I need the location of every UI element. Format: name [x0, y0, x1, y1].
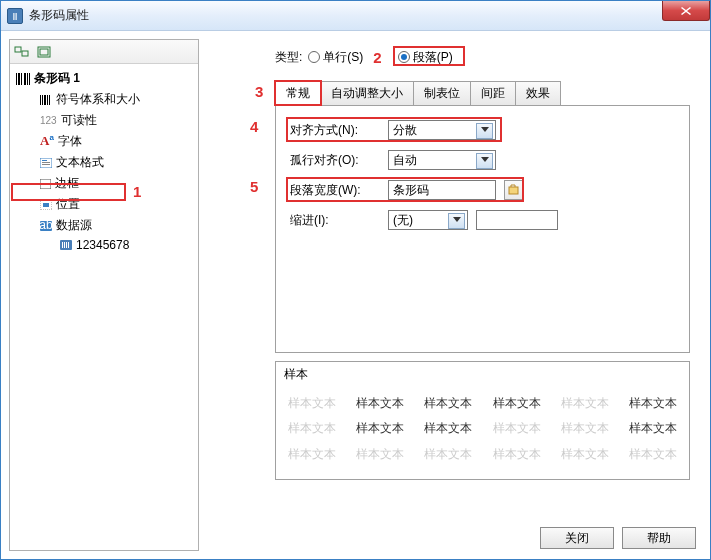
tab-label: 制表位 — [424, 86, 460, 100]
textformat-icon — [40, 158, 52, 168]
sample-line: 样本文本 样本文本 样本文本 样本文本 样本文本 样本文本 — [288, 395, 677, 412]
align-label: 对齐方式(N): — [290, 122, 380, 139]
svg-rect-19 — [40, 179, 51, 189]
annotation-4: 4 — [250, 118, 258, 135]
indent-label: 缩进(I): — [290, 212, 380, 229]
svg-rect-1 — [22, 51, 28, 56]
tree-item-position[interactable]: 位置 — [12, 194, 196, 215]
align-select[interactable]: 分散 — [388, 120, 496, 140]
dialog-window: || 条形码属性 条形码 1 符号体系和大小 123 — [0, 0, 711, 560]
tab-general[interactable]: 常规 — [275, 81, 321, 105]
orphan-label: 孤行对齐(O): — [290, 152, 380, 169]
sample-label: 样本 — [284, 366, 681, 383]
svg-rect-28 — [68, 242, 69, 248]
tree-item-label: 符号体系和大小 — [56, 91, 140, 108]
tab-effects[interactable]: 效果 — [515, 81, 561, 105]
radio-paragraph[interactable]: 段落(P) — [398, 49, 453, 66]
svg-rect-26 — [64, 242, 65, 248]
sample-group: 样本 样本文本 样本文本 样本文本 样本文本 样本文本 样本文本 样本文本 样本… — [275, 361, 690, 480]
tree-item-border[interactable]: 边框 — [12, 173, 196, 194]
type-radio-group: 单行(S) 2 段落(P) — [308, 49, 452, 66]
svg-rect-25 — [62, 242, 63, 248]
browse-icon — [508, 184, 520, 196]
close-button[interactable] — [662, 1, 710, 21]
chevron-down-icon — [481, 157, 489, 162]
help-button[interactable]: 帮助 — [622, 527, 696, 549]
tree-root[interactable]: 条形码 1 — [12, 68, 196, 89]
tree-item-label: 字体 — [58, 133, 82, 150]
type-label: 类型: — [275, 49, 302, 66]
field-orphan: 孤行对齐(O): 自动 — [290, 150, 675, 170]
close-dialog-button[interactable]: 关闭 — [540, 527, 614, 549]
field-indent: 缩进(I): (无) — [290, 210, 675, 230]
annotation-5: 5 — [250, 178, 258, 195]
tab-label: 效果 — [526, 86, 550, 100]
width-value: 条形码 — [393, 182, 429, 199]
tab-tabstops[interactable]: 制表位 — [413, 81, 471, 105]
svg-rect-4 — [16, 73, 17, 85]
svg-rect-16 — [42, 160, 47, 161]
indent-input[interactable] — [476, 210, 558, 230]
tab-label: 常规 — [286, 86, 310, 100]
left-panel: 条形码 1 符号体系和大小 123 可读性 Aa 字体 文本格式 — [9, 39, 199, 551]
sample-line: 样本文本 样本文本 样本文本 样本文本 样本文本 样本文本 — [288, 446, 677, 463]
svg-rect-5 — [18, 73, 20, 85]
tree-item-text-format[interactable]: 文本格式 — [12, 152, 196, 173]
tree-item-datasource[interactable]: ab 数据源 — [12, 215, 196, 236]
toolbar-icon-1[interactable] — [12, 43, 32, 61]
tree-root-label: 条形码 1 — [34, 70, 80, 87]
sample-preview: 样本文本 样本文本 样本文本 样本文本 样本文本 样本文本 样本文本 样本文本 … — [284, 387, 681, 471]
barcode-icon — [16, 73, 30, 85]
close-icon — [681, 7, 691, 15]
svg-rect-13 — [47, 95, 48, 105]
dialog-body: 条形码 1 符号体系和大小 123 可读性 Aa 字体 文本格式 — [1, 31, 710, 559]
orphan-value: 自动 — [393, 152, 417, 169]
chevron-down-icon — [481, 127, 489, 132]
border-icon — [40, 179, 51, 189]
indent-value: (无) — [393, 212, 413, 229]
svg-rect-18 — [42, 164, 50, 165]
svg-rect-3 — [40, 49, 48, 55]
left-toolbar — [10, 40, 198, 64]
tree-item-font[interactable]: Aa 字体 — [12, 131, 196, 152]
svg-rect-11 — [42, 95, 43, 105]
titlebar: || 条形码属性 — [1, 1, 710, 31]
tree-item-symbology[interactable]: 符号体系和大小 — [12, 89, 196, 110]
svg-rect-12 — [44, 95, 46, 105]
datasource-icon: ab — [40, 221, 52, 231]
svg-rect-14 — [49, 95, 50, 105]
orphan-select[interactable]: 自动 — [388, 150, 496, 170]
svg-rect-21 — [43, 203, 49, 207]
svg-rect-10 — [40, 95, 41, 105]
radio-icon — [398, 51, 410, 63]
svg-rect-9 — [29, 73, 30, 85]
width-label: 段落宽度(W): — [290, 182, 380, 199]
tree-item-label: 文本格式 — [56, 154, 104, 171]
font-icon: Aa — [40, 133, 54, 149]
app-icon: || — [7, 8, 23, 24]
width-browse-button[interactable] — [504, 180, 524, 200]
tree-item-readability[interactable]: 123 可读性 — [12, 110, 196, 131]
right-panel: 类型: 单行(S) 2 段落(P) 3 常规 — [207, 39, 702, 551]
tab-label: 间距 — [481, 86, 505, 100]
tab-spacing[interactable]: 间距 — [470, 81, 516, 105]
svg-rect-29 — [509, 187, 518, 194]
property-tree: 条形码 1 符号体系和大小 123 可读性 Aa 字体 文本格式 — [10, 64, 198, 550]
tree-datasource-value[interactable]: 12345678 — [12, 236, 196, 254]
field-width: 段落宽度(W): 条形码 — [290, 180, 675, 200]
annotation-3: 3 — [255, 83, 263, 100]
radio-single[interactable]: 单行(S) — [308, 49, 363, 66]
radio-icon — [308, 51, 320, 63]
tabs: 常规 自动调整大小 制表位 间距 效果 — [275, 81, 702, 105]
svg-rect-7 — [24, 73, 26, 85]
chevron-down-icon — [453, 217, 461, 222]
width-combo[interactable]: 条形码 — [388, 180, 496, 200]
footer: 关闭 帮助 — [540, 527, 696, 549]
tree-item-label: 数据源 — [56, 217, 92, 234]
svg-rect-17 — [42, 162, 50, 163]
svg-rect-27 — [66, 242, 67, 248]
type-row: 类型: 单行(S) 2 段落(P) — [207, 45, 702, 69]
indent-select[interactable]: (无) — [388, 210, 468, 230]
toolbar-icon-2[interactable] — [34, 43, 54, 61]
tab-autosize[interactable]: 自动调整大小 — [320, 81, 414, 105]
